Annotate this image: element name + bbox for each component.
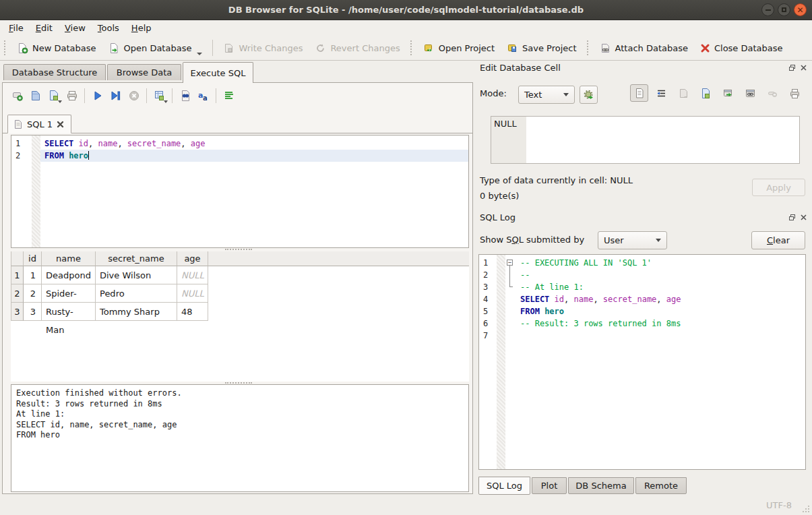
resize-grip[interactable] xyxy=(802,505,810,513)
print-cell-button[interactable] xyxy=(786,84,804,102)
cell-secret-name[interactable]: Pedro Parqueador xyxy=(96,284,177,303)
format-sql-button[interactable] xyxy=(220,87,238,104)
stop-execution-button[interactable] xyxy=(125,87,143,104)
export-data-button[interactable] xyxy=(697,84,715,102)
text-mode-button[interactable] xyxy=(630,84,648,102)
float-dock-button[interactable] xyxy=(788,213,797,222)
tab-execute-sql[interactable]: Execute SQL xyxy=(183,62,253,83)
cell-secret-name[interactable]: Dive Wilson xyxy=(96,266,177,284)
play-to-line-icon xyxy=(110,90,122,102)
cell-name[interactable]: Spider-Boy xyxy=(42,284,96,303)
open-in-external-button[interactable] xyxy=(719,84,737,102)
row-number[interactable]: 3 xyxy=(11,303,24,321)
menu-view[interactable]: View xyxy=(59,22,92,34)
execute-sql-pane: aa SQL 1 1 2 SELECT id xyxy=(2,82,473,494)
dock-tab-plot[interactable]: Plot xyxy=(532,477,567,494)
cell-id[interactable]: 2 xyxy=(24,284,42,303)
log-line: -- At line 1: xyxy=(516,281,805,293)
open-sql-file-button[interactable] xyxy=(26,87,44,104)
log-fold-column: − xyxy=(505,255,516,469)
execution-message[interactable]: Execution finished without errors. Resul… xyxy=(11,384,469,492)
dock-tab-db-schema[interactable]: DB Schema xyxy=(568,477,634,494)
cell-name[interactable]: Rusty-Man xyxy=(42,303,96,321)
menu-edit[interactable]: Edit xyxy=(30,22,59,34)
cell-age[interactable]: 48 xyxy=(177,303,208,321)
sql-log-view[interactable]: 1 2 3 4 5 6 7 − -- EXECUTING ALL IN 'SQL… xyxy=(478,254,806,470)
results-table: id name secret_name age 1 1 Deadpond Div… xyxy=(11,251,469,321)
find-button[interactable] xyxy=(176,87,194,104)
row-number[interactable]: 2 xyxy=(11,284,24,303)
sql-file-tab[interactable]: SQL 1 xyxy=(7,115,71,133)
column-header-secret-name[interactable]: secret_name xyxy=(96,251,177,266)
cell-age[interactable]: NULL xyxy=(177,266,208,284)
auto-mode-button[interactable] xyxy=(580,86,598,104)
word-wrap-button[interactable] xyxy=(652,84,670,102)
editor-results-splitter[interactable] xyxy=(225,249,252,250)
attach-database-button[interactable]: Attach Database xyxy=(594,38,694,58)
cell-id[interactable]: 1 xyxy=(24,266,42,284)
print-sql-button[interactable] xyxy=(63,87,81,104)
copy-link-button[interactable] xyxy=(741,84,759,102)
save-project-button[interactable]: Save Project xyxy=(501,38,583,58)
open-database-button[interactable]: Open Database xyxy=(102,38,209,58)
column-header-name[interactable]: name xyxy=(42,251,96,266)
dock-tab-remote[interactable]: Remote xyxy=(635,477,687,494)
close-dock-button[interactable] xyxy=(799,63,808,72)
menu-file[interactable]: File xyxy=(3,22,30,34)
maximize-button[interactable] xyxy=(778,3,790,16)
revert-changes-button[interactable]: Revert Changes xyxy=(309,38,406,58)
edit-cell-title: Edit Database Cell xyxy=(480,63,561,73)
toolbar-drag-handle[interactable] xyxy=(410,40,414,55)
tab-database-structure[interactable]: Database Structure xyxy=(3,64,106,80)
menu-tools[interactable]: Tools xyxy=(92,22,125,34)
sql-file-icon xyxy=(13,119,23,129)
new-sql-tab-button[interactable] xyxy=(8,87,26,104)
dock-tab-sql-log[interactable]: SQL Log xyxy=(478,477,530,495)
cell-value-editor[interactable]: NULL xyxy=(491,116,800,164)
printer-icon xyxy=(789,88,801,99)
cell-id[interactable]: 3 xyxy=(24,303,42,321)
float-dock-button[interactable] xyxy=(788,63,797,72)
log-line-numbers: 1 2 3 4 5 6 7 xyxy=(479,255,497,469)
menu-help[interactable]: Help xyxy=(125,22,158,34)
minimize-icon xyxy=(766,9,771,11)
submitted-by-dropdown[interactable]: User xyxy=(598,231,667,249)
cell-secret-name[interactable]: Tommy Sharp xyxy=(96,303,177,321)
toolbar-drag-handle[interactable] xyxy=(587,40,591,55)
column-header-age[interactable]: age xyxy=(177,251,208,266)
save-results-button[interactable] xyxy=(150,87,168,104)
fold-collapse-icon[interactable]: − xyxy=(507,260,513,266)
close-dock-button[interactable] xyxy=(799,213,808,222)
minimize-button[interactable] xyxy=(761,3,774,16)
autocomplete-button[interactable]: aa xyxy=(194,87,212,104)
toolbar-drag-handle[interactable] xyxy=(4,40,8,55)
write-changes-button[interactable]: Write Changes xyxy=(217,38,309,58)
mode-dropdown[interactable]: Text xyxy=(518,86,575,104)
cell-name[interactable]: Deadpond xyxy=(42,266,96,284)
close-icon: ✕ xyxy=(797,6,803,14)
tab-browse-data[interactable]: Browse Data xyxy=(107,64,181,80)
sql-toolbar: aa xyxy=(8,86,238,106)
results-message-splitter[interactable] xyxy=(225,382,252,384)
apply-button[interactable]: Apply xyxy=(752,179,805,196)
cell-age[interactable]: NULL xyxy=(177,284,208,303)
close-button[interactable]: ✕ xyxy=(794,3,807,16)
import-data-button[interactable] xyxy=(675,84,693,102)
row-number[interactable]: 1 xyxy=(11,266,24,284)
close-tab-icon[interactable] xyxy=(57,121,64,128)
table-corner[interactable] xyxy=(11,251,24,266)
open-project-button[interactable]: Open Project xyxy=(417,38,501,58)
execute-current-line-button[interactable] xyxy=(106,87,125,104)
encoding-indicator[interactable]: UTF-8 xyxy=(766,500,792,510)
svg-text:a: a xyxy=(203,94,208,102)
new-database-button[interactable]: New Database xyxy=(11,38,102,58)
clear-log-button[interactable]: Clear xyxy=(751,231,805,249)
column-header-id[interactable]: id xyxy=(24,251,42,266)
save-sql-file-button[interactable] xyxy=(44,87,63,104)
execute-all-button[interactable] xyxy=(88,87,106,104)
open-database-dropdown-caret[interactable] xyxy=(197,53,202,55)
sql-editor[interactable]: 1 2 SELECT id, name, secret_name, age FR… xyxy=(11,135,469,248)
close-database-button[interactable]: Close Database xyxy=(694,38,789,58)
find-in-text-icon xyxy=(179,90,191,102)
set-null-button[interactable] xyxy=(763,84,782,102)
